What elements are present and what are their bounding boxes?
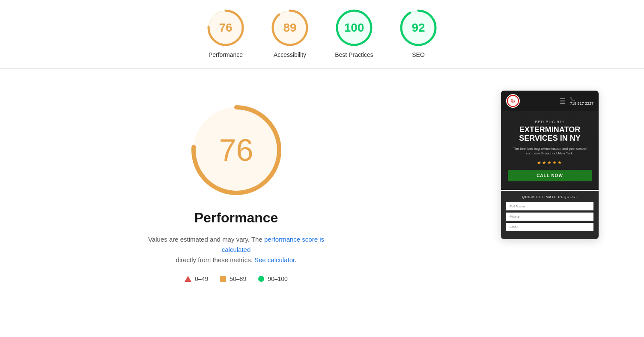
legend-range-green: 90–100 <box>268 275 288 282</box>
scores-bar: 76 Performance 89 Accessibility 100 Best… <box>0 0 644 69</box>
legend-item-green: 90–100 <box>258 275 288 282</box>
desc-part2: directly from these metrics. <box>176 256 253 263</box>
phone-number: 718 517 2227 <box>570 101 593 106</box>
phone-field-name[interactable] <box>506 202 593 210</box>
score-circle-accessibility: 89 <box>271 9 309 47</box>
triangle-icon <box>185 276 191 282</box>
circle-icon <box>258 276 264 282</box>
calculator-link[interactable]: See calculator <box>254 256 295 263</box>
phone-hero: BED BUG 911 EXTERMINATOR SERVICES IN NY … <box>501 111 599 190</box>
score-circle-performance: 76 <box>206 9 245 47</box>
phone-cta-button[interactable]: CALL NOW <box>508 170 592 181</box>
phone-logo: BEDBUG <box>506 94 520 108</box>
score-item-seo[interactable]: 92 SEO <box>399 9 438 58</box>
phone-form: QUICK ESTIMATE REQUEST <box>501 191 599 239</box>
hamburger-icon: ☰ <box>560 97 566 105</box>
description-text: Values are estimated and may vary. The p… <box>134 234 339 265</box>
score-item-best-practices[interactable]: 100 Best Practices <box>335 9 373 58</box>
phone-stars: ★★★★★ <box>508 160 592 166</box>
score-value-best-practices: 100 <box>344 21 364 35</box>
phone-contact: 📞 718 517 2227 <box>570 97 593 106</box>
big-gauge: 76 <box>189 103 283 197</box>
score-value-performance: 76 <box>219 21 232 35</box>
legend-item-orange: 50–89 <box>220 275 246 282</box>
score-label-accessibility: Accessibility <box>274 51 306 58</box>
phone-mockup: BEDBUG ☰ 📞 718 517 2227 BED BUG 911 EXTE… <box>501 90 599 239</box>
phone-logo-inner: BEDBUG <box>507 95 519 107</box>
phone-field-email[interactable] <box>506 223 593 231</box>
phone-hero-title: EXTERMINATOR SERVICES IN NY <box>508 126 592 143</box>
phone-hero-body: The best bed bug extermination and pest … <box>508 146 592 156</box>
phone-icon: 📞 <box>570 97 575 101</box>
legend: 0–49 50–89 90–100 <box>185 275 288 282</box>
square-icon <box>220 276 226 282</box>
score-circle-best-practices: 100 <box>335 9 373 47</box>
legend-range-red: 0–49 <box>195 275 208 282</box>
phone-header: BEDBUG ☰ 📞 718 517 2227 <box>501 91 599 111</box>
score-value-accessibility: 89 <box>283 21 296 35</box>
score-value-seo: 92 <box>411 21 425 35</box>
big-score-value: 76 <box>219 133 253 168</box>
right-panel: BEDBUG ☰ 📞 718 517 2227 BED BUG 911 EXTE… <box>481 86 618 308</box>
left-panel: 76 Performance Values are estimated and … <box>26 86 447 308</box>
score-circle-seo: 92 <box>399 9 438 47</box>
score-item-accessibility[interactable]: 89 Accessibility <box>271 9 309 58</box>
phone-field-phone[interactable] <box>506 213 593 221</box>
main-content: 76 Performance Values are estimated and … <box>0 69 644 325</box>
phone-hero-subtitle: BED BUG 911 <box>508 120 592 124</box>
legend-range-orange: 50–89 <box>230 275 246 282</box>
performance-title: Performance <box>194 210 278 226</box>
legend-item-red: 0–49 <box>185 275 208 282</box>
desc-part1: Values are estimated and may vary. The <box>148 236 262 243</box>
score-label-seo: SEO <box>412 51 425 58</box>
score-label-performance: Performance <box>209 51 243 58</box>
vertical-divider <box>464 95 464 300</box>
score-label-best-practices: Best Practices <box>335 51 373 58</box>
phone-nav: ☰ 📞 718 517 2227 <box>560 97 593 106</box>
score-item-performance[interactable]: 76 Performance <box>206 9 245 58</box>
phone-form-title: QUICK ESTIMATE REQUEST <box>506 195 593 199</box>
